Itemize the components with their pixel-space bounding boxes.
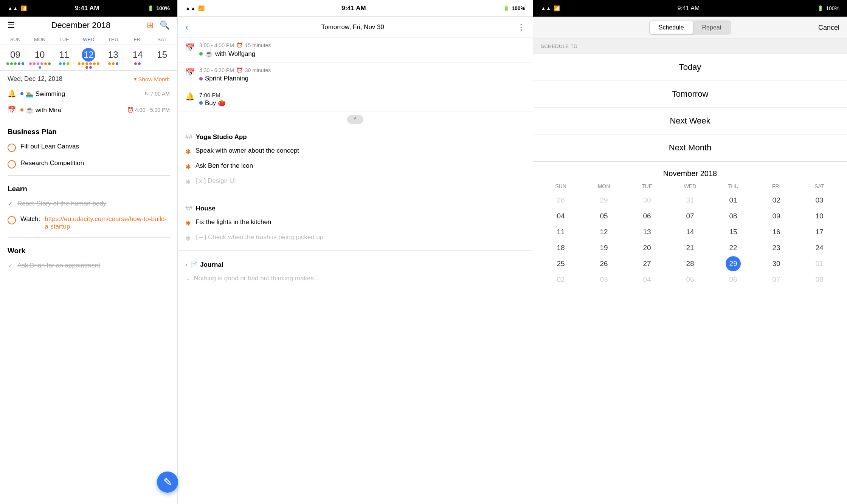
task-speak-owner[interactable]: ✱ Speak with owner about the concept: [185, 144, 525, 159]
task-research-competition[interactable]: Research Competition: [0, 156, 177, 172]
mini-cal-cell[interactable]: 22: [712, 240, 755, 256]
mini-cal-cell[interactable]: 28: [539, 192, 582, 208]
mini-cal-cell[interactable]: 05: [582, 208, 625, 224]
mini-cal-cell[interactable]: 15: [712, 224, 755, 240]
task-ask-ben[interactable]: ✱ Ask Ben for the icon: [185, 159, 525, 174]
mini-cal-cell[interactable]: 25: [539, 256, 582, 272]
calendar-grid-icon[interactable]: ⊞: [147, 20, 154, 30]
mini-cal-cell[interactable]: 30: [625, 192, 669, 208]
task-ask-brian[interactable]: ✓ Ask Brian for an appointment: [0, 258, 177, 274]
mini-cal-cell[interactable]: 26: [582, 256, 625, 272]
reminder-bell-icon: 🔔: [185, 92, 195, 101]
mini-cal-cell[interactable]: 11: [539, 224, 582, 240]
mini-cal-cell[interactable]: 30: [755, 256, 798, 272]
mini-cal-cell[interactable]: 04: [539, 208, 582, 224]
task-circle-icon[interactable]: [8, 144, 16, 152]
search-icon[interactable]: 🔍: [160, 20, 170, 30]
task-watch-link[interactable]: https://eu.udacity.com/course/how-to-bui…: [45, 215, 170, 230]
mini-cal-cell[interactable]: 08: [712, 208, 755, 224]
mini-cal-cell[interactable]: 14: [669, 224, 712, 240]
panel1-scroll-area[interactable]: 🔔 🏊 Swimming ↻ 7:00 AM 📅 ☕ with Mira: [0, 86, 177, 504]
task-circle-watch[interactable]: [8, 216, 16, 224]
mini-cal-cell[interactable]: 03: [798, 192, 841, 208]
weekday-sun: SUN: [3, 34, 28, 45]
agenda-item-mira[interactable]: 📅 ☕ with Mira ⏰ 4:00 - 5:00 PM: [0, 102, 177, 118]
task-read-story[interactable]: ✓ Read: Story of the human body: [0, 196, 177, 212]
mini-cal-cell[interactable]: 02: [539, 272, 582, 288]
mini-cal-cell[interactable]: 02: [755, 192, 798, 208]
collapse-button[interactable]: ^: [347, 115, 363, 124]
option-tomorrow[interactable]: Tomorrow: [533, 81, 847, 108]
mini-cal-cell[interactable]: 27: [625, 256, 669, 272]
dot-blue: [20, 92, 23, 95]
agenda-item-swimming[interactable]: 🔔 🏊 Swimming ↻ 7:00 AM: [0, 86, 177, 102]
mini-cal-cell[interactable]: 19: [582, 240, 625, 256]
mini-cal-cell[interactable]: 05: [669, 272, 712, 288]
option-next-month[interactable]: Next Month: [533, 135, 847, 161]
week-date-12[interactable]: 12: [76, 45, 101, 70]
event-sprint-planning[interactable]: 📅 4:30 - 6:30 PM ⏰ 30 minutes Sprint Pla…: [178, 63, 533, 87]
week-date-09[interactable]: 09: [3, 45, 28, 70]
mini-cal-cell[interactable]: 20: [625, 240, 669, 256]
mini-cal-cell[interactable]: 01: [712, 192, 755, 208]
week-date-15[interactable]: 15: [150, 45, 174, 70]
mini-cal-cell[interactable]: 04: [625, 272, 669, 288]
mini-cal-cell[interactable]: 18: [539, 240, 582, 256]
mini-cal-cell[interactable]: 07: [669, 208, 712, 224]
task-circle-icon2[interactable]: [8, 160, 16, 169]
mini-cal-cell[interactable]: 17: [798, 224, 841, 240]
week-date-10[interactable]: 10: [28, 45, 52, 70]
mini-cal-cell[interactable]: 12: [582, 224, 625, 240]
event-with-wolfgang[interactable]: 📅 3:00 - 4:00 PM ⏰ 15 minutes ☕ with Wol…: [178, 38, 533, 63]
add-fab-button[interactable]: ✎: [157, 472, 177, 493]
mini-cal-cell[interactable]: 23: [755, 240, 798, 256]
mini-cal-cell[interactable]: 06: [712, 272, 755, 288]
mini-cal-cell[interactable]: 31: [669, 192, 712, 208]
mini-cal-selected-29[interactable]: 29: [712, 256, 755, 272]
panel2-title: Tomorrow, Fri, Nov 30: [189, 23, 517, 31]
mini-cal-cell[interactable]: 06: [625, 208, 669, 224]
option-next-week[interactable]: Next Week: [533, 108, 847, 135]
task-fix-lights[interactable]: ✱ Fix the lights in the kitchen: [185, 215, 525, 230]
mini-cal-cell[interactable]: 24: [798, 240, 841, 256]
mini-cal-cell[interactable]: 07: [755, 272, 798, 288]
more-button[interactable]: ⋮: [517, 22, 525, 32]
mini-cal-grid: 28 29 30 31 01 02 03 04 05 06 07 08 09 1…: [539, 192, 841, 288]
mini-cal-cell[interactable]: 09: [755, 208, 798, 224]
task-journal-entry[interactable]: ~ Nothing is good or bad but thinking ma…: [185, 272, 525, 286]
reminder-buy[interactable]: 🔔 7:00 PM Buy 🍅: [178, 87, 533, 112]
repeat-tab[interactable]: Repeat: [693, 21, 731, 34]
mini-cal-cell[interactable]: 13: [625, 224, 669, 240]
show-month-button[interactable]: ▾ Show Month: [134, 76, 170, 82]
mini-cal-cell[interactable]: 03: [582, 272, 625, 288]
mini-cal-cell[interactable]: 01: [798, 256, 841, 272]
panel1-time: 9:41 AM: [75, 5, 99, 12]
task-check-trash[interactable]: ✱ [ – ] Check when the trash is being pi…: [185, 230, 525, 246]
mini-cal-cell[interactable]: 28: [669, 256, 712, 272]
schedule-tab[interactable]: Schedule: [650, 21, 693, 34]
star-house-icon: ✱: [185, 219, 191, 227]
cancel-button[interactable]: Cancel: [818, 24, 839, 31]
mini-cal-cell[interactable]: 21: [669, 240, 712, 256]
week-date-14[interactable]: 14: [126, 45, 150, 70]
p2-wifi-icon: 📶: [198, 5, 205, 11]
week-date-11[interactable]: 11: [52, 45, 76, 70]
alarm-small-icon: ⏰: [236, 42, 243, 48]
menu-icon[interactable]: ☰: [8, 20, 15, 30]
mini-cal-cell[interactable]: 10: [798, 208, 841, 224]
mini-cal-cell[interactable]: 29: [582, 192, 625, 208]
back-button[interactable]: ‹: [185, 21, 189, 33]
panel2-scroll-area[interactable]: 📅 3:00 - 4:00 PM ⏰ 15 minutes ☕ with Wol…: [178, 38, 533, 504]
task-design-ui[interactable]: ✱ [ x ] Design UI: [185, 174, 525, 189]
week-date-13[interactable]: 13: [101, 45, 126, 70]
mini-calendar: SUN MON TUE WED THU FRI SAT 28 29 30 31 …: [533, 182, 847, 288]
task-watch-udacity[interactable]: Watch: https://eu.udacity.com/course/how…: [0, 212, 177, 234]
mini-cal-cell[interactable]: 08: [798, 272, 841, 288]
weekday-wed: WED: [76, 34, 101, 45]
panel1-battery-pct: 100%: [156, 5, 170, 11]
mini-cal-cell[interactable]: 16: [755, 224, 798, 240]
mini-cal-29[interactable]: 29: [726, 256, 741, 271]
option-today[interactable]: Today: [533, 54, 847, 81]
task-fill-lean-canvas[interactable]: Fill out Lean Canvas: [0, 139, 177, 156]
panel1-header: ☰ December 2018 ⊞ 🔍: [0, 17, 177, 34]
